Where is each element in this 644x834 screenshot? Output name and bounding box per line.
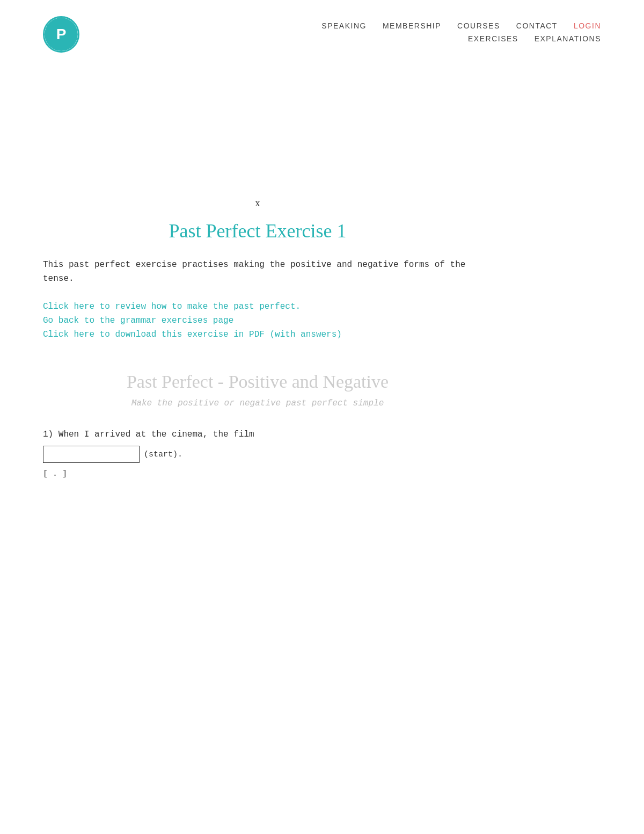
nav-contact[interactable]: CONTACT [516, 21, 558, 30]
page-title: Past Perfect Exercise 1 [43, 220, 472, 242]
grammar-link[interactable]: Go back to the grammar exercises page [43, 316, 472, 325]
exercise-title: Past Perfect - Positive and Negative [43, 372, 472, 392]
answer-row-1: (start). [43, 446, 472, 463]
page-description: This past perfect exercise practises mak… [43, 258, 472, 286]
bracket-hint-1: [ . ] [43, 468, 472, 478]
question-1: 1) When I arrived at the cinema, the fil… [43, 430, 472, 478]
nav-speaking[interactable]: SPEAKING [321, 21, 367, 30]
review-link[interactable]: Click here to review how to make the pas… [43, 302, 472, 311]
site-header: P SPEAKING MEMBERSHIP COURSES CONTACT LO… [0, 0, 644, 58]
logo-letter: P [45, 18, 78, 51]
links-section: Click here to review how to make the pas… [43, 302, 472, 339]
nav-membership[interactable]: MEMBERSHIP [383, 21, 441, 30]
close-button[interactable]: x [43, 198, 472, 209]
nav-bottom: EXERCISES EXPLANATIONS [468, 34, 601, 43]
question-1-number: 1) [43, 430, 53, 439]
answer-hint-1: (start). [144, 450, 182, 459]
nav-courses[interactable]: COURSES [457, 21, 500, 30]
exercise-section: Past Perfect - Positive and Negative Mak… [43, 372, 472, 478]
top-spacer [0, 58, 644, 165]
nav-exercises[interactable]: EXERCISES [468, 34, 518, 43]
logo-circle: P [43, 16, 79, 53]
exercise-subtitle: Make the positive or negative past perfe… [43, 398, 472, 408]
nav-area: SPEAKING MEMBERSHIP COURSES CONTACT LOGI… [321, 16, 601, 43]
nav-top: SPEAKING MEMBERSHIP COURSES CONTACT LOGI… [321, 21, 601, 30]
question-1-text: 1) When I arrived at the cinema, the fil… [43, 430, 472, 439]
pdf-link[interactable]: Click here to download this exercise in … [43, 330, 472, 339]
main-content: x Past Perfect Exercise 1 This past perf… [0, 165, 515, 511]
answer-input-1[interactable] [43, 446, 140, 463]
logo-area: P [43, 16, 79, 53]
nav-login[interactable]: LOGIN [574, 21, 601, 30]
nav-explanations[interactable]: EXPLANATIONS [535, 34, 601, 43]
